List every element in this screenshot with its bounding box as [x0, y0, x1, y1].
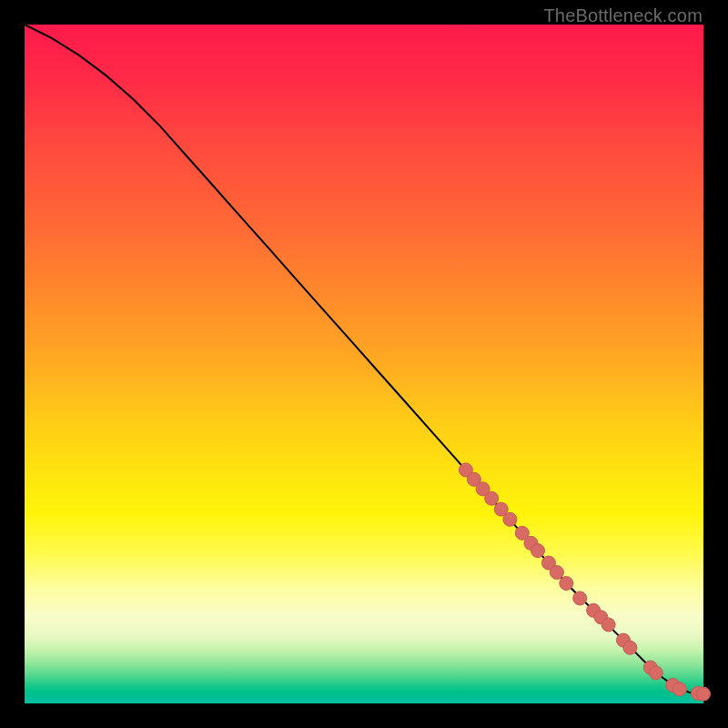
scatter-points	[459, 463, 710, 701]
data-point	[550, 566, 563, 580]
chart-stage: TheBottleneck.com	[0, 0, 728, 728]
data-point	[485, 491, 499, 505]
data-point	[602, 618, 615, 632]
watermark-label: TheBottleneck.com	[543, 5, 703, 26]
data-point	[503, 512, 517, 526]
data-point	[623, 641, 637, 654]
data-point	[573, 592, 587, 605]
data-point	[672, 682, 686, 696]
curve-line	[25, 25, 703, 694]
data-point	[531, 544, 545, 558]
data-point	[560, 577, 573, 591]
chart-overlay	[25, 25, 703, 703]
data-point	[649, 666, 662, 680]
data-point	[697, 687, 711, 701]
